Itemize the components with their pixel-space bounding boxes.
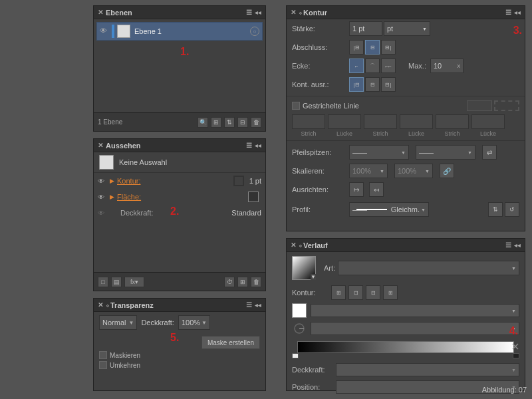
panel-transparenz-menu-icon[interactable]: ☰	[246, 301, 252, 309]
verlauf-gradient-area	[292, 341, 519, 353]
panel-ebenen-menu-icon[interactable]: ☰	[246, 9, 252, 16]
staerke-input[interactable]: 1 pt	[349, 21, 382, 36]
gestrichelt-label: Gestrichelte Linie	[303, 102, 359, 110]
kontausr-btn-3[interactable]: ⊟|	[381, 77, 396, 92]
verlauf-kontur-btn-1[interactable]: ⊞	[331, 285, 346, 300]
pfeil-select-1[interactable]: —— ▼	[349, 145, 409, 160]
deckkraft-input[interactable]: 100% ▼	[178, 315, 210, 330]
profil-select[interactable]: —— Gleichm. ▼	[349, 202, 429, 217]
abschluss-btn-3[interactable]: ⊟|	[381, 40, 396, 55]
verlauf-gradient-bar[interactable]	[297, 341, 514, 353]
panel-ebenen-header[interactable]: ✕ Ebenen ☰ ◂◂	[94, 6, 265, 19]
verlauf-preview[interactable]: ▼	[292, 256, 316, 280]
verlauf-delete-stop-icon[interactable]	[511, 342, 519, 352]
fx-btn[interactable]: fx▾	[124, 277, 144, 287]
profil-label: Profil:	[292, 205, 345, 213]
verlauf-kontur-btn-2[interactable]: ⊡	[348, 285, 363, 300]
staerke-unit-select[interactable]: pt ▼	[384, 21, 430, 36]
kontur-arrow-icon[interactable]: ▶	[110, 178, 114, 184]
panel-verlauf-header[interactable]: ✕ ⬦ Verlauf ☰ ◂◂	[287, 239, 525, 252]
verlauf-param-select-1[interactable]: ▼	[311, 304, 519, 317]
verlauf-kontur-btn-4[interactable]: ⊞	[383, 285, 398, 300]
verlauf-stop-white[interactable]	[292, 353, 299, 358]
abschluss-btn-2[interactable]: ⊟	[365, 40, 380, 55]
clock-btn[interactable]: ⏱	[224, 277, 235, 287]
verlauf-preview-arrow-icon[interactable]: ▼	[311, 274, 316, 280]
panel-transparenz-header[interactable]: ✕ ⬦ Transparenz ☰ ◂◂	[94, 299, 265, 312]
deckkraft-value: Standard	[231, 209, 261, 217]
panel-aussehen-header[interactable]: ✕ Aussehen ☰ ◂◂	[94, 139, 265, 152]
panel-kontur-menu-icon[interactable]: ☰	[505, 9, 511, 16]
delete-layer-btn[interactable]: 🗑	[251, 117, 261, 128]
arrange-layers-btn[interactable]: ⇅	[224, 117, 235, 128]
panel-verlauf-collapse-icon[interactable]: ◂◂	[514, 242, 521, 249]
layer-lock-icon[interactable]: ○	[250, 27, 259, 36]
del-btn[interactable]: 🗑	[251, 277, 261, 287]
new-layer-btn[interactable]: ⊞	[211, 117, 221, 128]
pfeil-swap-icon[interactable]: ⇄	[482, 145, 497, 160]
luecke1-input[interactable]	[328, 114, 361, 129]
blend-mode-select[interactable]: Normal ▼	[99, 315, 137, 330]
staerke-label: Stärke:	[292, 25, 345, 33]
new-item-btn[interactable]: □	[98, 277, 108, 287]
panel-kontur-header[interactable]: ✕ ⬦ Kontur ☰ ◂◂	[287, 6, 525, 19]
flaeche-thumb[interactable]	[248, 192, 259, 202]
panel-kontur-collapse-icon[interactable]: ◂◂	[514, 9, 521, 16]
flaeche-arrow-icon[interactable]: ▶	[110, 194, 114, 200]
kontur-row[interactable]: 👁 ▶ Kontur: 1 pt	[94, 173, 265, 189]
pfeil-select-2[interactable]: —— ▼	[416, 145, 475, 160]
verlauf-param-select-2[interactable]: ▼	[311, 322, 519, 335]
strich1-input[interactable]	[292, 114, 325, 129]
panel-aussehen-menu-icon[interactable]: ☰	[246, 142, 252, 149]
verlauf-stop-black[interactable]	[513, 353, 519, 358]
layer-row[interactable]: 👁 Ebene 1 ○	[96, 22, 263, 41]
ausrichten-btn-2[interactable]: ↤	[369, 182, 384, 197]
luecke2-input[interactable]	[400, 114, 433, 129]
ecke-btn-1[interactable]: ⌐	[349, 59, 364, 73]
umkehren-checkbox[interactable]	[99, 361, 107, 369]
verlauf-kontur-btn-3[interactable]: ⊟	[366, 285, 380, 300]
search-layers-btn[interactable]: 🔍	[198, 117, 208, 128]
verlauf-deckkraft-select[interactable]: ▼	[336, 363, 519, 376]
panel-verlauf-menu-icon[interactable]: ☰	[505, 241, 511, 249]
verlauf-kontur-label: Kontur:	[292, 289, 329, 297]
ecke-btn-2[interactable]: ⌒	[365, 59, 380, 73]
ebenen-count: 1 Ebene	[98, 118, 122, 126]
flaeche-label[interactable]: Fläche:	[117, 193, 248, 201]
blend-mode-arrow-icon: ▼	[128, 320, 134, 326]
panel-transparenz-collapse-icon[interactable]: ◂◂	[255, 302, 261, 309]
dup-btn[interactable]: ⊞	[237, 277, 248, 287]
gestrichelt-checkbox[interactable]	[292, 102, 300, 110]
kontausr-btn-1[interactable]: |⊟	[349, 77, 364, 92]
strich3-input[interactable]	[436, 114, 469, 129]
profil-flip-icon[interactable]: ⇅	[488, 202, 503, 217]
layer-eye-icon[interactable]: 👁	[100, 27, 109, 36]
flaeche-row[interactable]: 👁 ▶ Fläche:	[94, 189, 265, 205]
link-layers-btn[interactable]: ⊟	[237, 117, 248, 128]
flaeche-eye-icon[interactable]: 👁	[98, 194, 107, 201]
verlauf-art-select[interactable]: ▼	[338, 261, 519, 275]
maskieren-checkbox[interactable]	[99, 351, 107, 359]
kontausr-btn-2[interactable]: ⊟	[365, 77, 380, 92]
luecke3-input[interactable]	[471, 114, 505, 129]
kontur-eye-icon[interactable]: 👁	[98, 178, 107, 185]
gestrichelt-icon-1[interactable]	[467, 100, 492, 111]
transparenz-mode-row[interactable]: Normal ▼ Deckkraft: 100% ▼	[94, 312, 265, 333]
strich2-input[interactable]	[364, 114, 397, 129]
deckkraft-eye-icon[interactable]: 👁	[98, 209, 107, 217]
skalieren-link-icon[interactable]: 🔗	[440, 164, 454, 178]
panel-ebenen-collapse-icon[interactable]: ◂◂	[255, 9, 261, 16]
gestrichelt-row: Gestrichelte Linie	[287, 98, 525, 113]
kontur-label[interactable]: Kontur:	[117, 177, 233, 185]
layer-effects-btn[interactable]: ▤	[111, 277, 122, 287]
maske-erstellen-btn[interactable]: Maske erstellen	[201, 336, 260, 349]
abschluss-btn-1[interactable]: |⊟	[349, 40, 364, 55]
ecke-max-input[interactable]: 10 x	[430, 59, 464, 73]
kontur-thumb[interactable]	[233, 176, 244, 186]
profil-reset-icon[interactable]: ↺	[505, 202, 519, 217]
verlauf-color-thumb[interactable]	[292, 303, 307, 318]
panel-aussehen-collapse-icon[interactable]: ◂◂	[255, 142, 261, 149]
ecke-btn-3[interactable]: ⌐⌐	[381, 59, 396, 73]
gestrichelt-icon-2[interactable]	[494, 100, 519, 111]
ausrichten-btn-1[interactable]: ↦	[349, 182, 364, 197]
